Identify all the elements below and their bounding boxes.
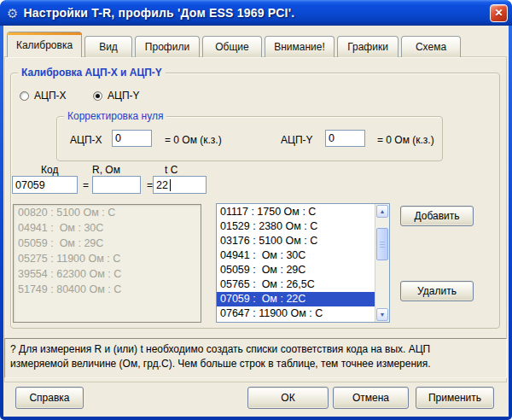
resistance-input[interactable] (92, 176, 141, 194)
list-item: 51749 : 80400 Ом : С (14, 282, 201, 297)
calibration-points-list[interactable]: 01117 : 1750 Ом : С 01529 : 2380 Ом : С … (216, 203, 390, 323)
cancel-button[interactable]: Отмена (333, 387, 409, 409)
radio-adc-y[interactable]: АЦП-Y (93, 90, 140, 102)
list-item[interactable]: 05765 : Ом : 26,5С (217, 277, 375, 292)
header-code: Код (41, 164, 58, 176)
list-item[interactable]: 04941 : Ом : 30С (217, 248, 375, 263)
radio-dot-icon (93, 91, 102, 101)
calibration-groupbox-title: Калибровка АЦП-X и АЦП-Y (18, 67, 166, 79)
list-item[interactable]: 01529 : 2380 Ом : С (217, 219, 375, 234)
list-item[interactable]: 07647 : 11900 Ом : С (217, 306, 375, 321)
zero-x-suffix: = 0 Ом (к.з.) (165, 134, 222, 146)
equals-sign-1: = (83, 179, 89, 191)
help-text-box: ? Для измерения R и (или) t необходимо с… (4, 338, 507, 378)
zero-x-label: АЦП-X (70, 134, 102, 146)
settings-dialog-window: ⚙ Настройки T-R, профиль 'Дом ESS 1969 P… (0, 0, 512, 420)
gear-icon: ⚙ (7, 7, 18, 20)
list-item: 05059 : Ом : 29С (14, 236, 201, 251)
add-button[interactable]: Добавить (400, 206, 474, 226)
tab-skhema[interactable]: Схема (401, 36, 461, 57)
tab-vid[interactable]: Вид (84, 36, 132, 57)
scroll-down-icon[interactable]: ▼ (376, 308, 388, 321)
window-title: Настройки T-R, профиль 'Дом ESS 1969 PCI… (23, 6, 294, 20)
close-icon: ✕ (494, 8, 503, 18)
pending-calibration-list: 00820 : 5100 Ом : С 04941 : Ом : 30С 050… (13, 204, 201, 323)
header-resistance: R, Ом (92, 164, 120, 176)
scroll-up-icon[interactable]: ▲ (376, 205, 388, 218)
calibration-groupbox: Калибровка АЦП-X и АЦП-Y АЦП-X АЦП-Y Кор… (10, 73, 500, 329)
tab-profili[interactable]: Профили (135, 36, 200, 57)
tab-vnimanie[interactable]: Внимание! (265, 36, 335, 57)
help-text-line2: измеряемой величине (Ом, грд.С). Чем бол… (10, 357, 501, 371)
tab-strip: Калибровка Вид Профили Общие Внимание! Г… (7, 32, 461, 57)
ok-button[interactable]: ОК (247, 387, 329, 409)
code-input[interactable] (12, 176, 78, 194)
list-item-selected[interactable]: 07059 : Ом : 22С (217, 292, 375, 306)
list-item: 39554 : 62300 Ом : С (14, 266, 201, 282)
tab-grafiki[interactable]: Графики (337, 36, 399, 57)
list-item[interactable]: 01117 : 1750 Ом : С (217, 205, 375, 219)
radio-circle-icon (20, 91, 29, 101)
zero-correction-title: Корректировка нуля (64, 110, 166, 122)
dialog-body: Калибровка Вид Профили Общие Внимание! Г… (3, 26, 509, 417)
zero-correction-groupbox: Корректировка нуля АЦП-X = 0 Ом (к.з.) А… (56, 116, 443, 161)
tab-obshchie[interactable]: Общие (202, 36, 262, 57)
tab-kalibrovka[interactable]: Калибровка (7, 32, 82, 57)
radio-adc-x[interactable]: АЦП-X (20, 90, 67, 102)
zero-y-input[interactable] (325, 130, 365, 147)
zero-y-suffix: = 0 Ом (к.з.) (377, 134, 434, 146)
header-temperature: t C (165, 164, 177, 176)
apply-button[interactable]: Применить (416, 387, 494, 409)
zero-x-input[interactable] (112, 130, 152, 147)
text-caret (170, 179, 171, 191)
help-button[interactable]: Справка (15, 387, 84, 409)
list-item: 05275 : 11900 Ом : С (14, 251, 201, 266)
temperature-input[interactable] (153, 176, 207, 194)
list-item[interactable]: 05059 : Ом : 29С (217, 263, 375, 277)
radio-adc-y-label: АЦП-Y (108, 90, 140, 102)
list-item[interactable]: 03176 : 5100 Ом : С (217, 234, 375, 248)
delete-button[interactable]: Удалить (400, 281, 474, 301)
scrollbar[interactable]: ▲ ▼ (375, 204, 389, 322)
close-button[interactable]: ✕ (490, 4, 508, 22)
list-item: 00820 : 5100 Ом : С (14, 205, 201, 220)
radio-adc-x-label: АЦП-X (34, 90, 67, 102)
list-item: 04941 : Ом : 30С (14, 220, 201, 236)
scrollbar-thumb[interactable] (376, 228, 388, 260)
zero-y-label: АЦП-Y (281, 134, 313, 146)
help-text-line1: ? Для измерения R и (или) t необходимо с… (10, 342, 501, 357)
titlebar[interactable]: ⚙ Настройки T-R, профиль 'Дом ESS 1969 P… (0, 0, 512, 26)
equals-sign-2: = (147, 179, 153, 191)
